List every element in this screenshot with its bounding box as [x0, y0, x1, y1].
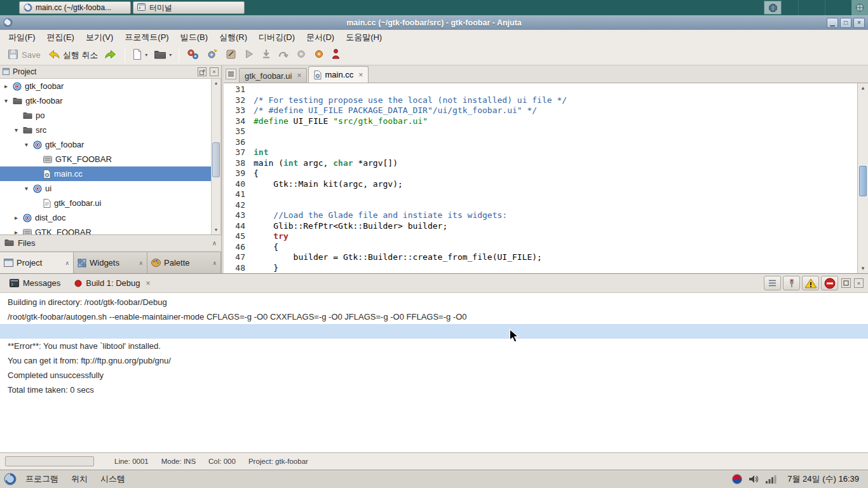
panel-tab[interactable]: Palette∧	[147, 252, 221, 273]
code-line[interactable]: 37int	[224, 147, 868, 158]
minimize-button[interactable]: ▁	[827, 18, 838, 28]
editor-body[interactable]: 3132/* For testing propose use the local…	[224, 83, 868, 273]
code-line[interactable]: 34#define UI_FILE "src/gtk_foobar.ui"	[224, 116, 868, 127]
editor-scrollbar[interactable]: ▴ ▾	[857, 83, 868, 273]
close-button[interactable]: ×	[853, 18, 865, 28]
message-row[interactable]: Building in directory: /root/gtk-foobar/…	[0, 295, 868, 309]
pane-close-button[interactable]: ×	[210, 67, 219, 76]
tree-item[interactable]: po	[0, 108, 220, 123]
expander-collapsed-icon[interactable]: ▸	[13, 214, 20, 221]
message-row[interactable]: Total time taken: 0 secs	[0, 383, 868, 397]
pane-detach-button[interactable]	[198, 67, 207, 76]
desktop-menu-item[interactable]: 위치	[65, 473, 94, 485]
tray-globe-icon[interactable]	[764, 1, 782, 15]
clock[interactable]: 7월 24일 (수) 16:39	[787, 473, 859, 485]
files-section-header[interactable]: Files ∧	[0, 234, 221, 252]
undo-button[interactable]: 실행 취소	[44, 46, 102, 64]
scrollbar-thumb[interactable]	[859, 166, 867, 196]
expander-collapsed-icon[interactable]: ▸	[3, 83, 10, 90]
code-line[interactable]: 39{	[224, 168, 868, 179]
save-button[interactable]: Save	[4, 46, 44, 64]
code-line[interactable]: 41	[224, 189, 868, 200]
tree-item[interactable]: ▸GTK_FOOBAR	[0, 225, 220, 234]
expander-collapsed-icon[interactable]: ▸	[13, 229, 20, 234]
scroll-up-icon[interactable]: ▴	[858, 83, 868, 93]
volume-icon[interactable]	[748, 474, 759, 484]
message-row[interactable]: /root/gtk-foobar/autogen.sh --enable-mai…	[0, 309, 868, 324]
clean-button[interactable]	[222, 46, 240, 64]
expander-expanded-icon[interactable]: ▾	[3, 97, 10, 104]
message-view-button[interactable]	[764, 276, 781, 290]
step-over-button[interactable]	[275, 47, 292, 63]
korean-input-indicator-icon[interactable]	[732, 474, 742, 484]
code-line[interactable]: 46 {	[224, 242, 868, 253]
new-file-button[interactable]: ▾	[129, 46, 151, 64]
tree-item[interactable]: ▸gtk_foobar	[0, 79, 220, 93]
warnings-filter-button[interactable]	[802, 276, 819, 290]
code-line[interactable]: 36	[224, 137, 868, 148]
code-line[interactable]: 40 Gtk::Main kit(argc, argv);	[224, 179, 868, 190]
panel-tab[interactable]: Widgets∧	[74, 252, 147, 273]
message-row[interactable]: **Error**: You must have `libtool' insta…	[0, 339, 868, 353]
menubar-item[interactable]: 프로젝트(P)	[119, 30, 174, 45]
open-file-button[interactable]: ▾	[151, 47, 175, 64]
debugger-button[interactable]	[328, 46, 344, 64]
tab-close-icon[interactable]: ×	[297, 71, 301, 80]
expander-expanded-icon[interactable]: ▾	[13, 126, 20, 133]
scroll-down-icon[interactable]: ▾	[212, 226, 220, 234]
code-line[interactable]: 33/* #define UI_FILE PACKAGE_DATA_DIR"/u…	[224, 105, 868, 116]
desktop-menu-item[interactable]: 프로그램	[19, 473, 65, 485]
scrollbar-thumb[interactable]	[212, 142, 220, 177]
pin-message-button[interactable]	[783, 276, 800, 290]
expander-expanded-icon[interactable]: ▾	[23, 185, 30, 192]
tree-item[interactable]: main.cc	[0, 166, 220, 181]
desktop-menu-item[interactable]: 시스템	[94, 473, 132, 485]
tree-item[interactable]: ▸dist_doc	[0, 210, 220, 225]
redo-button[interactable]	[101, 46, 121, 64]
code-line[interactable]: 45 try	[224, 231, 868, 242]
menubar-item[interactable]: 편집(E)	[41, 30, 80, 45]
message-row[interactable]: Completed unsuccessfully	[0, 368, 868, 383]
message-row[interactable]	[0, 324, 868, 339]
taskbar-window-button[interactable]: main.cc (~/gtk-fooba...	[19, 1, 131, 14]
scroll-down-icon[interactable]: ▾	[858, 264, 868, 273]
code-line[interactable]: 42	[224, 200, 868, 211]
tree-item[interactable]: ▾gtk_foobar	[0, 137, 220, 152]
pane-tab[interactable]: Build 1: Debug×	[69, 276, 155, 290]
code-line[interactable]: 31	[224, 85, 868, 95]
rebuild-button[interactable]	[203, 46, 222, 64]
maximize-button[interactable]: □	[840, 18, 851, 28]
expander-expanded-icon[interactable]: ▾	[23, 141, 30, 148]
menubar-item[interactable]: 빌드(B)	[175, 30, 214, 45]
code-line[interactable]: 47 builder = Gtk::Builder::create_from_f…	[224, 252, 868, 263]
run-button[interactable]	[240, 46, 258, 64]
code-line[interactable]: 38main (int argc, char *argv[])	[224, 158, 868, 169]
menubar-item[interactable]: 보기(V)	[80, 30, 119, 45]
code-line[interactable]: 32/* For testing propose use the local (…	[224, 95, 868, 106]
scroll-up-icon[interactable]: ▴	[212, 79, 220, 88]
tray-network-icon[interactable]	[851, 0, 868, 15]
menubar-item[interactable]: 파일(F)	[3, 30, 41, 45]
pane-close-button[interactable]: ×	[854, 278, 864, 288]
errors-filter-button[interactable]	[821, 276, 838, 290]
code-line[interactable]: 48 }	[224, 263, 868, 274]
step-out-button[interactable]	[292, 46, 310, 64]
menubar-item[interactable]: 디버깅(D)	[253, 30, 301, 45]
pane-tab[interactable]: Messages	[4, 276, 65, 290]
code-line[interactable]: 44 Glib::RefPtr<Gtk::Builder> builder;	[224, 221, 868, 232]
message-row[interactable]: You can get it from: ftp://ftp.gnu.org/p…	[0, 353, 868, 368]
code-line[interactable]: 43 //Load the Glade file and instiate it…	[224, 210, 868, 221]
network-signal-icon[interactable]	[765, 475, 776, 484]
menubar-item[interactable]: 문서(D)	[301, 30, 340, 45]
tree-item[interactable]: gtk_foobar.ui	[0, 196, 220, 210]
menubar-item[interactable]: 실행(R)	[214, 30, 253, 45]
tree-item[interactable]: ▾src	[0, 123, 220, 137]
breakpoint-toggle-button[interactable]	[310, 46, 328, 64]
tree-item[interactable]: ▾ui	[0, 181, 220, 196]
tree-item[interactable]: GTK_FOOBAR	[0, 152, 220, 166]
editor-tab[interactable]: main.cc×	[308, 66, 369, 83]
panel-tab[interactable]: Project∧	[0, 252, 74, 273]
menubar-item[interactable]: 도움말(H)	[340, 30, 388, 45]
build-button[interactable]	[183, 46, 203, 64]
editor-tab[interactable]: gtk_foobar.ui×	[239, 68, 307, 83]
